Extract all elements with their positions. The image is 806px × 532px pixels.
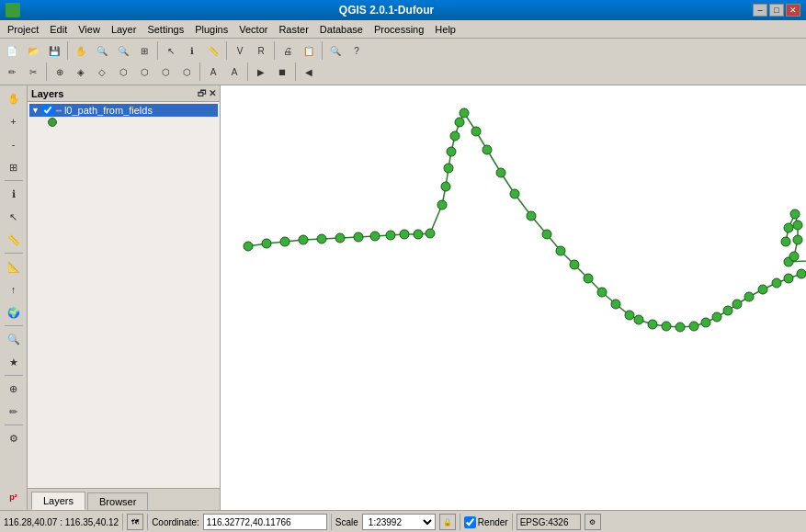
- label-tool-2[interactable]: A: [224, 62, 244, 82]
- menu-database[interactable]: Database: [314, 22, 369, 37]
- digitize-4[interactable]: ⬡: [134, 62, 154, 82]
- layers-header-controls: 🗗 ✕: [198, 88, 216, 98]
- zoom-out-tool[interactable]: 🔍: [113, 40, 133, 61]
- app-icon: [6, 3, 20, 17]
- toolbar-row-1: 📄 📂 💾 ✋ 🔍 🔍 ⊞ ↖ ℹ 📏 V R 🖨 📋 🔍 ?: [2, 40, 804, 61]
- edit-mode[interactable]: ✂: [23, 62, 43, 82]
- menu-plugins[interactable]: Plugins: [189, 22, 233, 37]
- bookmark-left[interactable]: ★: [3, 351, 25, 373]
- menu-layer[interactable]: Layer: [106, 22, 142, 37]
- digitize-5[interactable]: ⬡: [155, 62, 176, 82]
- measure-left[interactable]: 📏: [3, 229, 25, 251]
- label-tool[interactable]: A: [203, 62, 223, 82]
- zoom-out-left[interactable]: -: [3, 133, 25, 155]
- save-project-button[interactable]: 💾: [44, 40, 64, 61]
- pan-tool[interactable]: ✋: [71, 40, 91, 61]
- map-canvas[interactable]: [221, 85, 806, 510]
- layers-close-button[interactable]: ✕: [209, 88, 216, 98]
- menu-settings[interactable]: Settings: [142, 22, 189, 37]
- tab-browser[interactable]: Browser: [87, 492, 148, 510]
- status-coords-section: 116.28,40.07 : 116.35,40.12: [4, 517, 119, 527]
- add-raster-layer[interactable]: R: [251, 40, 271, 61]
- edit-left[interactable]: ✏: [3, 401, 25, 423]
- digitize-1[interactable]: ◈: [71, 62, 91, 82]
- plugin-2[interactable]: ⏹: [272, 62, 292, 82]
- toolbar-separator-3: [226, 41, 227, 60]
- select-tool[interactable]: ↖: [161, 40, 181, 61]
- toolbar-separator-4: [274, 41, 275, 60]
- zoom-extent-tool[interactable]: ⊞: [134, 40, 154, 61]
- layer-group: ▼ ━ l0_path_from_fields: [29, 104, 218, 128]
- print-composer[interactable]: 🖨: [278, 40, 298, 61]
- globe-tool[interactable]: 🌍: [3, 301, 25, 323]
- tab-layers[interactable]: Layers: [31, 492, 85, 510]
- epsg-display[interactable]: EPSG:4326: [517, 514, 581, 530]
- status-sep-1: [122, 514, 123, 530]
- svg-point-43: [784, 274, 793, 283]
- layer-item[interactable]: ▼ ━ l0_path_from_fields: [29, 104, 218, 117]
- extra-tool[interactable]: ⚙: [3, 427, 25, 449]
- svg-point-34: [675, 323, 685, 332]
- menu-project[interactable]: Project: [2, 22, 44, 37]
- layers-panel-header: Layers 🗗 ✕: [28, 85, 220, 102]
- svg-point-0: [244, 242, 253, 251]
- layers-panel-title: Layers: [31, 88, 63, 99]
- layer-visibility-checkbox[interactable]: [42, 105, 53, 116]
- zoom-in-left[interactable]: +: [3, 110, 25, 132]
- info-tool[interactable]: ℹ: [182, 40, 202, 61]
- epsg-settings-button[interactable]: ⚙: [585, 514, 601, 530]
- zoom-in-tool[interactable]: 🔍: [92, 40, 112, 61]
- coordinate-input[interactable]: [203, 514, 327, 530]
- search-btn[interactable]: 🔍: [325, 40, 346, 61]
- digitize-3[interactable]: ⬡: [113, 62, 133, 82]
- new-project-button[interactable]: 📄: [2, 40, 22, 61]
- north-arrow[interactable]: ↑: [3, 278, 25, 300]
- svg-point-17: [455, 118, 464, 127]
- menu-help[interactable]: Help: [429, 22, 461, 37]
- add-vector-layer[interactable]: V: [230, 40, 250, 61]
- layers-restore-button[interactable]: 🗗: [198, 88, 207, 98]
- open-project-button[interactable]: 📂: [23, 40, 43, 61]
- svg-point-1: [262, 239, 271, 248]
- zoom-full-left[interactable]: ⊞: [3, 156, 25, 178]
- digitize-6[interactable]: ⬡: [176, 62, 197, 82]
- minimize-button[interactable]: –: [753, 4, 767, 17]
- pan-left-tool[interactable]: ✋: [3, 87, 25, 109]
- maximize-button[interactable]: □: [769, 4, 784, 17]
- close-button[interactable]: ✕: [786, 4, 800, 17]
- scale-label: Scale: [335, 517, 358, 527]
- identify-left[interactable]: ℹ: [3, 183, 25, 205]
- menu-edit[interactable]: Edit: [44, 22, 73, 37]
- svg-point-12: [437, 200, 447, 209]
- scale-select[interactable]: 1:23992 1:10000 1:50000 1:100000: [362, 514, 436, 530]
- edit-pencil[interactable]: ✏: [2, 62, 22, 82]
- measure-tool[interactable]: 📏: [203, 40, 223, 61]
- layer-subitem: [29, 117, 218, 128]
- svg-point-33: [662, 322, 671, 331]
- menu-vector[interactable]: Vector: [233, 22, 273, 37]
- search-left[interactable]: 🔍: [3, 328, 25, 350]
- render-checkbox[interactable]: [464, 516, 476, 528]
- select-left[interactable]: ↖: [3, 206, 25, 228]
- plugin-1[interactable]: ▶: [251, 62, 271, 82]
- layers-content: ▼ ━ l0_path_from_fields: [28, 102, 220, 488]
- status-icon-btn[interactable]: 🗺: [127, 514, 143, 530]
- status-sep-2: [147, 514, 148, 530]
- toolbar-separator-2: [157, 41, 158, 60]
- menu-view[interactable]: View: [73, 22, 106, 37]
- extra-1[interactable]: ◀: [299, 62, 319, 82]
- snap-settings[interactable]: ⊕: [50, 62, 70, 82]
- coord-tool[interactable]: ⊕: [3, 378, 25, 400]
- menu-raster[interactable]: Raster: [273, 22, 313, 37]
- help-btn[interactable]: ?: [346, 40, 367, 61]
- svg-point-27: [584, 274, 593, 283]
- window-title: QGIS 2.0.1-Dufour: [20, 4, 753, 17]
- svg-point-21: [496, 168, 505, 177]
- lock-scale-button[interactable]: 🔒: [439, 514, 456, 530]
- atlas[interactable]: 📋: [299, 40, 319, 61]
- status-sep-3: [331, 514, 332, 530]
- menu-processing[interactable]: Processing: [369, 22, 429, 37]
- layer-left[interactable]: 📐: [3, 255, 25, 277]
- svg-point-31: [634, 315, 643, 324]
- digitize-2[interactable]: ◇: [92, 62, 112, 82]
